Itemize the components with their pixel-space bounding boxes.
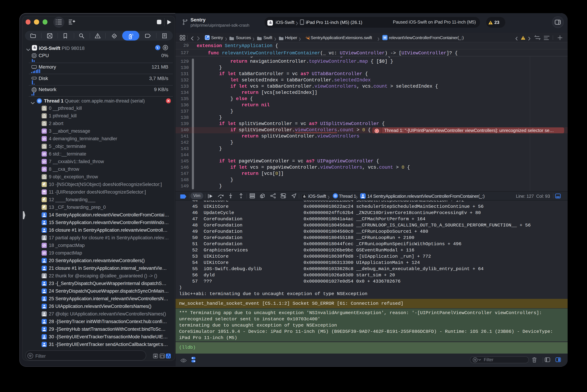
svg-text:M: M [383, 36, 386, 40]
